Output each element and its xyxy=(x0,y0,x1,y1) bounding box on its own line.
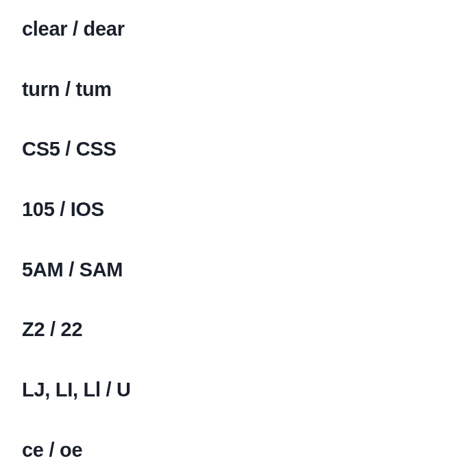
list-item: LJ, LI, Ll / U xyxy=(22,377,429,403)
list-item: 5AM / SAM xyxy=(22,257,429,283)
list-item: 105 / IOS xyxy=(22,197,429,223)
list-item: ce / oe xyxy=(22,438,429,464)
list-item: Z2 / 22 xyxy=(22,317,429,343)
list-item: CS5 / CSS xyxy=(22,136,429,163)
list-item: clear / dear xyxy=(22,16,429,43)
list-item: turn / tum xyxy=(22,77,429,103)
